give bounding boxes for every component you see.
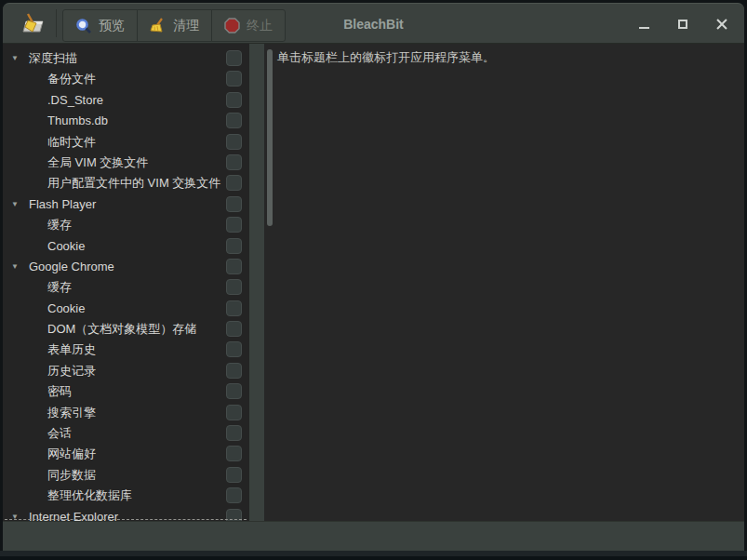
tree-item-label: 表单历史	[47, 340, 96, 360]
close-button[interactable]	[709, 11, 735, 37]
clean-button[interactable]: 清理	[137, 9, 212, 42]
headerbar: 预览 清理 终止	[3, 3, 744, 44]
tree-item-checkbox[interactable]	[226, 300, 242, 316]
expander-triangle-icon[interactable]: ▼	[11, 48, 22, 69]
tree-item-checkbox[interactable]	[226, 405, 242, 420]
tree-item-checkbox[interactable]	[226, 50, 242, 66]
tree-item-checkbox[interactable]	[226, 363, 242, 379]
tree-item-checkbox[interactable]	[226, 259, 242, 274]
tree-row[interactable]: 网站偏好	[3, 444, 249, 464]
tree-item-checkbox[interactable]	[226, 279, 242, 295]
tree-item-label: 深度扫描	[29, 48, 77, 69]
maximize-button[interactable]	[670, 11, 696, 37]
tree-item-checkbox[interactable]	[226, 196, 242, 212]
tree-row[interactable]: ▼Flash Player	[3, 194, 249, 215]
abort-button-label: 终止	[247, 18, 273, 34]
tree-item-label: 用户配置文件中的 VIM 交换文件	[47, 173, 220, 193]
tree-item-label: 同步数据	[47, 465, 96, 486]
tree-row[interactable]: DOM（文档对象模型）存储	[3, 319, 249, 340]
minimize-icon	[639, 27, 649, 29]
tree-row[interactable]: Cookie	[3, 299, 249, 319]
tree-item-checkbox[interactable]	[226, 238, 242, 254]
cleaners-tree: ▼深度扫描备份文件.DS_StoreThumbs.db临时文件全局 VIM 交换…	[3, 48, 249, 521]
maximize-icon	[678, 20, 687, 29]
tree-item-label: 缓存	[47, 215, 72, 235]
tree-row[interactable]: 会话	[3, 423, 249, 444]
window-controls	[631, 4, 735, 45]
cleaners-sidebar: ▼深度扫描备份文件.DS_StoreThumbs.db临时文件全局 VIM 交换…	[3, 44, 249, 521]
expander-triangle-icon[interactable]: ▼	[11, 194, 22, 215]
tree-row[interactable]: 整理优化数据库	[3, 486, 249, 506]
tree-row[interactable]: ▼Google Chrome	[3, 257, 249, 277]
tree-item-label: 历史记录	[47, 361, 96, 381]
expander-triangle-icon[interactable]: ▼	[11, 507, 22, 521]
tree-item-checkbox[interactable]	[226, 154, 242, 170]
tree-row[interactable]: 表单历史	[3, 340, 249, 360]
tree-item-checkbox[interactable]	[226, 425, 242, 441]
hint-message: 单击标题栏上的徽标打开应用程序菜单。	[277, 49, 495, 66]
tree-row[interactable]: ▼Internet Explorer	[3, 507, 249, 521]
bleachbit-window: 预览 清理 终止	[0, 0, 747, 560]
preview-button-label: 预览	[99, 18, 125, 34]
app-menu-button[interactable]	[10, 7, 53, 41]
bleachbit-logo-broom-icon	[17, 12, 47, 36]
tree-item-label: Internet Explorer	[29, 507, 118, 521]
tree-item-checkbox[interactable]	[226, 217, 242, 233]
tree-item-checkbox[interactable]	[226, 383, 242, 399]
tree-row[interactable]: 临时文件	[3, 132, 249, 153]
expander-triangle-icon[interactable]: ▼	[11, 257, 22, 277]
tree-item-label: Flash Player	[29, 194, 96, 215]
status-bar	[3, 521, 744, 551]
tree-item-checkbox[interactable]	[226, 175, 242, 191]
tree-item-checkbox[interactable]	[226, 341, 242, 357]
close-icon	[716, 19, 727, 30]
tree-item-checkbox[interactable]	[226, 487, 242, 503]
minimize-button[interactable]	[631, 11, 657, 37]
tree-row[interactable]: ▼深度扫描	[3, 48, 249, 69]
tree-item-label: 密码	[47, 381, 72, 402]
tree-item-checkbox[interactable]	[226, 113, 242, 128]
tree-item-checkbox[interactable]	[226, 71, 242, 87]
tree-item-label: .DS_Store	[47, 90, 103, 111]
tree-item-label: DOM（文档对象模型）存储	[47, 319, 196, 340]
tree-item-checkbox[interactable]	[226, 92, 242, 108]
tree-item-checkbox[interactable]	[226, 467, 242, 483]
preview-button[interactable]: 预览	[62, 9, 138, 42]
tree-item-checkbox[interactable]	[226, 446, 242, 461]
tree-row[interactable]: 全局 VIM 交换文件	[3, 153, 249, 173]
abort-button[interactable]: 终止	[211, 9, 286, 42]
tree-row[interactable]: Cookie	[3, 236, 249, 257]
tree-item-label: 临时文件	[47, 132, 96, 153]
tree-row[interactable]: 历史记录	[3, 361, 249, 381]
toolbar-separator	[56, 9, 57, 37]
tree-item-label: Thumbs.db	[47, 111, 108, 131]
tree-row[interactable]: 搜索引擎	[3, 403, 249, 423]
tree-row[interactable]: 缓存	[3, 277, 249, 298]
tree-item-label: 整理优化数据库	[47, 486, 132, 506]
tree-item-checkbox[interactable]	[226, 134, 242, 150]
tree-item-label: 全局 VIM 交换文件	[47, 153, 148, 173]
broom-icon	[150, 18, 167, 34]
tree-row[interactable]: Thumbs.db	[3, 111, 249, 131]
tree-item-label: 备份文件	[47, 69, 96, 89]
tree-item-label: 缓存	[47, 277, 72, 298]
clean-button-label: 清理	[173, 18, 199, 34]
tree-item-label: 搜索引擎	[47, 403, 96, 423]
tree-row[interactable]: 同步数据	[3, 465, 249, 486]
tree-row[interactable]: 密码	[3, 381, 249, 402]
tree-item-label: 网站偏好	[47, 444, 96, 464]
tree-row[interactable]: 备份文件	[3, 69, 249, 89]
tree-row[interactable]: 用户配置文件中的 VIM 交换文件	[3, 173, 249, 193]
magnifier-icon	[75, 18, 92, 34]
tree-item-label: Google Chrome	[29, 257, 114, 277]
tree-item-checkbox[interactable]	[226, 321, 242, 337]
tree-item-checkbox[interactable]	[226, 509, 242, 521]
tree-row[interactable]: 缓存	[3, 215, 249, 235]
scrollbar-thumb[interactable]	[267, 49, 273, 226]
window-bottom-edge	[0, 551, 747, 560]
pane-divider[interactable]	[249, 44, 264, 521]
tree-item-label: Cookie	[47, 236, 85, 257]
details-pane: 单击标题栏上的徽标打开应用程序菜单。	[264, 44, 744, 521]
stop-sign-icon	[224, 18, 240, 33]
tree-row[interactable]: .DS_Store	[3, 90, 249, 111]
